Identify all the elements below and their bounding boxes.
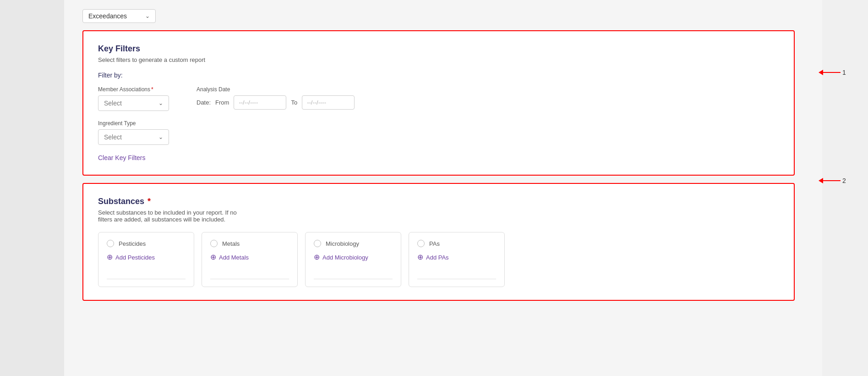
ingredient-type-placeholder: Select [104,133,122,141]
member-associations-group: Member Associations* Select ⌄ [98,86,169,111]
from-label: From [215,99,229,106]
add-pesticides-label: Add Pesticides [115,254,155,261]
add-pas-link[interactable]: ⊕ Add PAs [417,254,496,261]
add-metals-link[interactable]: ⊕ Add Metals [210,254,289,261]
add-metals-icon: ⊕ [210,254,216,261]
date-row: Date: From To [197,95,355,110]
required-star: * [151,86,153,93]
pesticides-divider [107,279,186,279]
analysis-date-label: Analysis Date [197,86,355,93]
microbiology-radio[interactable] [314,240,321,247]
add-metals-label: Add Metals [219,254,249,261]
member-associations-label: Member Associations* [98,86,169,93]
metals-divider [210,279,289,279]
clear-key-filters-link[interactable]: Clear Key Filters [98,154,145,161]
key-filters-title: Key Filters [98,44,779,54]
member-associations-chevron-icon: ⌄ [158,100,163,106]
pas-radio[interactable] [417,240,425,247]
filter-row: Member Associations* Select ⌄ Analysis D… [98,86,779,111]
add-microbiology-link[interactable]: ⊕ Add Microbiology [314,254,393,261]
substances-required-star: * [145,197,151,206]
date-to-input[interactable] [302,95,355,110]
chevron-down-icon: ⌄ [145,13,150,19]
analysis-date-group: Analysis Date Date: From To [197,86,355,110]
top-dropdown-row: Exceedances ⌄ [82,9,795,23]
arrow-1-line [822,72,841,73]
add-pas-icon: ⊕ [417,254,423,261]
member-associations-select[interactable]: Select ⌄ [98,95,169,111]
metals-card: Metals ⊕ Add Metals [202,232,298,287]
pas-label: PAs [429,240,440,247]
member-associations-select-placeholder: Select [104,100,122,107]
key-filters-section: Key Filters Select filters to generate a… [82,30,795,176]
annotation-2: 2 [822,177,846,184]
add-pesticides-link[interactable]: ⊕ Add Pesticides [107,254,186,261]
arrow-2-line [822,180,841,181]
substances-section: Substances * Select substances to be inc… [82,183,795,301]
add-pesticides-icon: ⊕ [107,254,113,261]
right-sidebar: 1 2 [822,0,868,376]
substance-cards-row: Pesticides ⊕ Add Pesticides Metals ⊕ Add… [98,232,779,287]
pesticides-header: Pesticides [107,240,186,247]
pesticides-label: Pesticides [119,240,146,247]
metals-label: Metals [222,240,240,247]
pesticides-radio[interactable] [107,240,114,247]
microbiology-card: Microbiology ⊕ Add Microbiology [305,232,401,287]
date-label: Date: [197,99,211,106]
exceedances-dropdown[interactable]: Exceedances ⌄ [82,9,156,23]
annotation-2-label: 2 [842,177,846,184]
metals-radio[interactable] [210,240,218,247]
ingredient-type-label: Ingredient Type [98,120,169,127]
to-label: To [291,99,297,106]
key-filters-subtitle: Select filters to generate a custom repo… [98,56,779,63]
microbiology-header: Microbiology [314,240,393,247]
annotation-1-label: 1 [842,69,846,76]
annotation-1: 1 [822,69,846,76]
microbiology-divider [314,279,393,279]
left-sidebar [0,0,64,376]
pas-header: PAs [417,240,496,247]
microbiology-label: Microbiology [326,240,359,247]
main-content: Exceedances ⌄ Key Filters Select filters… [64,0,822,376]
date-from-input[interactable] [234,95,286,110]
ingredient-type-row: Ingredient Type Select ⌄ [98,120,779,145]
pas-card: PAs ⊕ Add PAs [409,232,505,287]
add-microbiology-icon: ⊕ [314,254,320,261]
metals-header: Metals [210,240,289,247]
pesticides-card: Pesticides ⊕ Add Pesticides [98,232,194,287]
pas-divider [417,279,496,279]
exceedances-label: Exceedances [88,12,127,20]
add-pas-label: Add PAs [426,254,449,261]
substances-subtitle: Select substances to be included in your… [98,209,779,223]
substances-title: Substances * [98,197,779,206]
ingredient-type-group: Ingredient Type Select ⌄ [98,120,169,145]
ingredient-type-chevron-icon: ⌄ [158,134,163,140]
filter-by-label: Filter by: [98,72,779,79]
add-microbiology-label: Add Microbiology [322,254,368,261]
ingredient-type-select[interactable]: Select ⌄ [98,129,169,145]
